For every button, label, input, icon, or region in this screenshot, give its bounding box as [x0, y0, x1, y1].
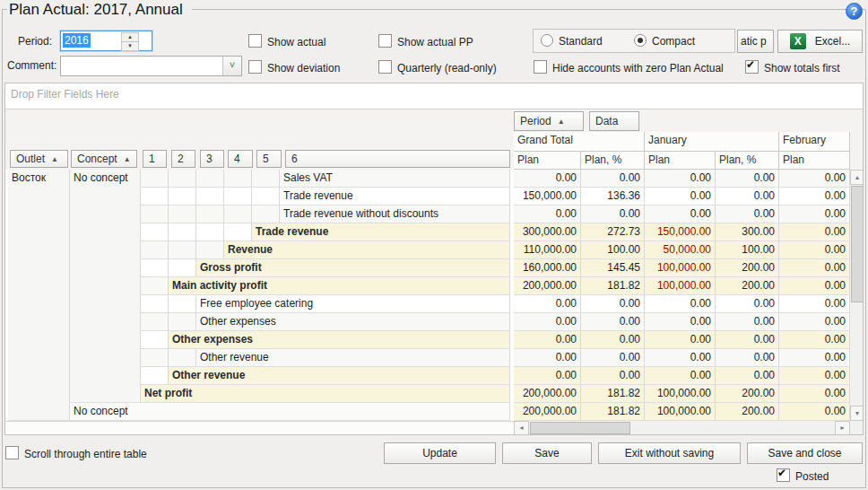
- value-cell[interactable]: 0.00: [645, 313, 716, 331]
- quarterly-checkbox[interactable]: Quarterly (read-only): [378, 60, 497, 74]
- value-cell[interactable]: 0.00: [514, 295, 581, 313]
- value-cell[interactable]: 0.00: [779, 241, 850, 259]
- value-cell[interactable]: 0.00: [779, 295, 850, 313]
- value-cell[interactable]: 160,000.00: [514, 259, 581, 277]
- column-group-header[interactable]: January: [645, 132, 779, 152]
- clipped-auto-button[interactable]: atic p: [737, 30, 774, 53]
- spin-down-icon[interactable]: ▼: [122, 41, 138, 50]
- checkbox-icon[interactable]: [248, 34, 262, 48]
- value-cell[interactable]: 50,000.00: [645, 241, 716, 259]
- value-cell[interactable]: 145.45: [581, 259, 645, 277]
- value-cell[interactable]: 0.00: [716, 331, 779, 349]
- radio-icon[interactable]: [541, 34, 553, 47]
- value-cell[interactable]: 0.00: [645, 367, 716, 385]
- value-cell[interactable]: 0.00: [779, 349, 850, 367]
- exit-without-saving-button[interactable]: Exit without saving: [598, 442, 741, 464]
- value-cell[interactable]: 200.00: [716, 277, 779, 295]
- show-totals-first-checkbox[interactable]: Show totals first: [745, 60, 840, 74]
- value-cell[interactable]: 0.00: [581, 170, 645, 188]
- value-cell[interactable]: 0.00: [779, 403, 850, 421]
- value-cell[interactable]: 0.00: [581, 295, 645, 313]
- value-cell[interactable]: 0.00: [645, 349, 716, 367]
- value-cell[interactable]: 0.00: [581, 313, 645, 331]
- value-cell[interactable]: 0.00: [779, 170, 850, 188]
- show-actual-pp-checkbox[interactable]: Show actual PP: [378, 34, 473, 48]
- value-cell[interactable]: 300,000.00: [514, 223, 581, 241]
- checkbox-icon[interactable]: [248, 60, 262, 74]
- column-group-header[interactable]: February: [779, 132, 850, 152]
- checkbox-icon[interactable]: [378, 60, 392, 74]
- help-icon[interactable]: ?: [846, 3, 863, 20]
- column-header[interactable]: Plan, %: [581, 152, 645, 170]
- level-field-button[interactable]: 6: [285, 150, 510, 168]
- value-cell[interactable]: 100,000.00: [645, 385, 716, 403]
- value-cell[interactable]: 0.00: [645, 206, 716, 223]
- value-cell[interactable]: 181.82: [581, 385, 645, 403]
- value-cell[interactable]: 0.00: [514, 331, 581, 349]
- value-cell[interactable]: 0.00: [779, 313, 850, 331]
- value-cell[interactable]: 0.00: [645, 188, 716, 206]
- value-cell[interactable]: 0.00: [716, 188, 779, 206]
- value-cell[interactable]: 200,000.00: [514, 277, 581, 295]
- save-and-close-button[interactable]: Save and close: [747, 442, 863, 464]
- value-cell[interactable]: 0.00: [716, 349, 779, 367]
- value-cell[interactable]: 0.00: [716, 367, 779, 385]
- concept-field-button[interactable]: Concept▲: [71, 150, 137, 168]
- scroll-down-icon[interactable]: ▾: [850, 406, 864, 421]
- vertical-scrollbar[interactable]: ▴ ▾: [850, 170, 864, 421]
- column-header[interactable]: Plan: [645, 152, 716, 170]
- value-cell[interactable]: 200.00: [716, 385, 779, 403]
- compact-radio[interactable]: Compact: [634, 34, 695, 48]
- spin-up-icon[interactable]: ▲: [122, 33, 138, 41]
- value-cell[interactable]: 0.00: [716, 295, 779, 313]
- value-cell[interactable]: 0.00: [779, 206, 850, 223]
- checkbox-icon[interactable]: [5, 446, 19, 459]
- horizontal-scrollbar[interactable]: ◂ ▸: [514, 421, 850, 435]
- level-field-button[interactable]: 5: [256, 150, 282, 168]
- value-cell[interactable]: 300.00: [716, 223, 779, 241]
- value-cell[interactable]: 0.00: [581, 206, 645, 223]
- value-cell[interactable]: 0.00: [779, 277, 850, 295]
- value-cell[interactable]: 200,000.00: [514, 385, 581, 403]
- value-cell[interactable]: 150,000.00: [645, 223, 716, 241]
- value-cell[interactable]: 110,000.00: [514, 241, 581, 259]
- period-spinner[interactable]: 2016 ▲ ▼: [60, 31, 152, 51]
- checkbox-checked-icon[interactable]: [777, 468, 790, 482]
- value-cell[interactable]: 0.00: [779, 367, 850, 385]
- level-field-button[interactable]: 2: [171, 150, 195, 168]
- value-cell[interactable]: 100.00: [716, 241, 779, 259]
- value-cell[interactable]: 0.00: [716, 206, 779, 223]
- value-cell[interactable]: 0.00: [716, 170, 779, 188]
- value-cell[interactable]: 150,000.00: [514, 188, 581, 206]
- value-cell[interactable]: 100,000.00: [645, 277, 716, 295]
- value-cell[interactable]: 136.36: [581, 188, 645, 206]
- level-field-button[interactable]: 1: [143, 150, 167, 168]
- posted-checkbox[interactable]: Posted: [777, 468, 829, 483]
- value-cell[interactable]: 0.00: [514, 349, 581, 367]
- excel-export-button[interactable]: X Excel...: [777, 30, 863, 53]
- horizontal-scroll-thumb[interactable]: [530, 422, 630, 434]
- scroll-entire-table-checkbox[interactable]: Scroll through entire table: [5, 446, 147, 460]
- value-cell[interactable]: 272.73: [581, 223, 645, 241]
- column-header[interactable]: Plan, %: [716, 152, 779, 170]
- value-cell[interactable]: 0.00: [779, 259, 850, 277]
- outlet-field-button[interactable]: Outlet▲: [10, 150, 68, 168]
- period-field-button[interactable]: Period▲: [514, 111, 584, 131]
- value-cell[interactable]: 0.00: [581, 367, 645, 385]
- checkbox-icon[interactable]: [534, 60, 547, 74]
- value-cell[interactable]: 181.82: [581, 277, 645, 295]
- scroll-left-icon[interactable]: ◂: [514, 421, 529, 435]
- vertical-scroll-thumb[interactable]: [851, 186, 864, 302]
- value-cell[interactable]: 200.00: [716, 259, 779, 277]
- value-cell[interactable]: 0.00: [779, 223, 850, 241]
- scroll-up-icon[interactable]: ▴: [850, 170, 864, 185]
- value-cell[interactable]: 100,000.00: [645, 403, 716, 421]
- value-cell[interactable]: 0.00: [645, 295, 716, 313]
- level-field-button[interactable]: 3: [200, 150, 224, 168]
- value-cell[interactable]: 0.00: [645, 331, 716, 349]
- value-cell[interactable]: 100.00: [581, 241, 645, 259]
- comment-combobox[interactable]: ˅: [60, 56, 242, 76]
- value-cell[interactable]: 0.00: [514, 170, 581, 188]
- data-field-button[interactable]: Data: [589, 111, 639, 131]
- value-cell[interactable]: 0.00: [514, 367, 581, 385]
